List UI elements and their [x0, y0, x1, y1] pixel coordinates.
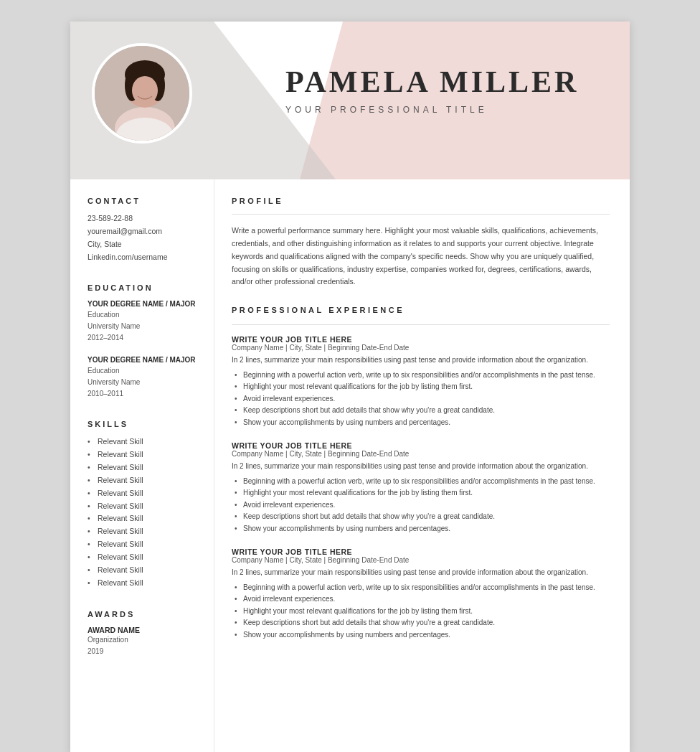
job-bullets-1: Beginning with a powerful action verb, w…	[232, 370, 610, 429]
job-company-2: Company Name | City, State | Beginning D…	[232, 450, 610, 458]
list-item: Relevant Skill	[88, 577, 199, 590]
job-entry-1: WRITE YOUR JOB TITLE HERE Company Name |…	[232, 335, 610, 428]
edu-school-2: University Name	[88, 377, 199, 388]
list-item: Beginning with a powerful action verb, w…	[232, 582, 610, 594]
list-item: Keep descriptions short but add details …	[232, 511, 610, 523]
list-item: Show your accomplishments by using numbe…	[232, 523, 610, 535]
list-item: Relevant Skill	[88, 525, 199, 538]
experience-heading: PROFESSIONAL EXPERIENCE	[232, 306, 610, 314]
right-content: PROFILE Write a powerful performance sum…	[214, 179, 630, 752]
education-entry-1: YOUR DEGREE NAME / MAJOR Education Unive…	[88, 299, 199, 344]
list-item: Show your accomplishments by using numbe…	[232, 629, 610, 641]
list-item: Relevant Skill	[88, 500, 199, 513]
location: City, State	[88, 238, 199, 251]
edu-years-2: 2010–2011	[88, 388, 199, 400]
job-bullets-2: Beginning with a powerful action verb, w…	[232, 476, 610, 535]
list-item: Relevant Skill	[88, 564, 199, 577]
edu-field-2: Education	[88, 365, 199, 377]
list-item: Avoid irrelevant experiences.	[232, 393, 610, 405]
edu-degree-1: YOUR DEGREE NAME / MAJOR	[88, 299, 199, 309]
job-entry-3: WRITE YOUR JOB TITLE HERE Company Name |…	[232, 547, 610, 641]
list-item: Keep descriptions short but add details …	[232, 405, 610, 417]
list-item: Keep descriptions short but add details …	[232, 617, 610, 629]
awards-heading: AWARDS	[88, 610, 199, 619]
email: youremail@gmail.com	[88, 225, 199, 238]
linkedin: Linkedin.com/username	[88, 251, 199, 264]
list-item: Relevant Skill	[88, 474, 199, 487]
list-item: Avoid irrelevant experiences.	[232, 593, 610, 606]
job-company-3: Company Name | City, State | Beginning D…	[232, 556, 610, 564]
job-title-2: WRITE YOUR JOB TITLE HERE	[232, 441, 610, 450]
education-entry-2: YOUR DEGREE NAME / MAJOR Education Unive…	[88, 355, 199, 400]
list-item: Avoid irrelevant experiences.	[232, 499, 610, 512]
edu-field-1: Education	[88, 309, 199, 321]
skills-section: SKILLS Relevant Skill Relevant Skill Rel…	[88, 420, 199, 589]
contact-section: CONTACT 23-589-22-88 youremail@gmail.com…	[88, 197, 199, 263]
job-desc-1: In 2 lines, summarize your main responsi…	[232, 354, 610, 367]
header-section: PAMELA MILLER YOUR PROFESSIONAL TITLE	[70, 22, 630, 179]
candidate-title: YOUR PROFESSIONAL TITLE	[285, 105, 615, 115]
list-item: Beginning with a powerful action verb, w…	[232, 370, 610, 382]
contact-info: 23-589-22-88 youremail@gmail.com City, S…	[88, 212, 199, 263]
experience-section: PROFESSIONAL EXPERIENCE WRITE YOUR JOB T…	[232, 306, 610, 641]
awards-section: AWARDS AWARD NAME Organization 2019	[88, 610, 199, 657]
list-item: Highlight your most relevant qualificati…	[232, 606, 610, 618]
job-title-1: WRITE YOUR JOB TITLE HERE	[232, 335, 610, 344]
main-content: CONTACT 23-589-22-88 youremail@gmail.com…	[70, 179, 630, 752]
job-entry-2: WRITE YOUR JOB TITLE HERE Company Name |…	[232, 441, 610, 535]
resume-page: PAMELA MILLER YOUR PROFESSIONAL TITLE CO…	[70, 22, 630, 752]
list-item: Show your accomplishments by using numbe…	[232, 417, 610, 429]
edu-years-1: 2012–2014	[88, 332, 199, 344]
list-item: Highlight your most relevant qualificati…	[232, 381, 610, 393]
award-year: 2019	[88, 646, 199, 657]
phone: 23-589-22-88	[88, 212, 199, 225]
candidate-name: PAMELA MILLER	[285, 65, 615, 99]
list-item: Relevant Skill	[88, 551, 199, 564]
job-desc-3: In 2 lines, summarize your main responsi…	[232, 567, 610, 579]
list-item: Relevant Skill	[88, 436, 199, 448]
job-company-1: Company Name | City, State | Beginning D…	[232, 344, 610, 352]
award-entry-1: AWARD NAME Organization 2019	[88, 626, 199, 657]
job-title-3: WRITE YOUR JOB TITLE HERE	[232, 547, 610, 556]
contact-heading: CONTACT	[88, 197, 199, 205]
list-item: Relevant Skill	[88, 538, 199, 551]
job-desc-2: In 2 lines, summarize your main responsi…	[232, 461, 610, 473]
job-bullets-3: Beginning with a powerful action verb, w…	[232, 582, 610, 641]
profile-heading: PROFILE	[232, 197, 610, 207]
list-item: Relevant Skill	[88, 461, 199, 474]
list-item: Highlight your most relevant qualificati…	[232, 487, 610, 499]
list-item: Relevant Skill	[88, 487, 199, 500]
divider	[232, 324, 610, 325]
skills-list: Relevant Skill Relevant Skill Relevant S…	[88, 436, 199, 589]
education-heading: EDUCATION	[88, 283, 199, 292]
list-item: Beginning with a powerful action verb, w…	[232, 476, 610, 488]
profile-text: Write a powerful performance summary her…	[232, 225, 610, 288]
sidebar: CONTACT 23-589-22-88 youremail@gmail.com…	[70, 179, 214, 752]
edu-degree-2: YOUR DEGREE NAME / MAJOR	[88, 355, 199, 365]
avatar	[92, 43, 192, 144]
profile-section: PROFILE Write a powerful performance sum…	[232, 197, 610, 288]
list-item: Relevant Skill	[88, 512, 199, 525]
award-org: Organization	[88, 634, 199, 646]
svg-point-6	[132, 76, 158, 105]
skills-heading: SKILLS	[88, 420, 199, 428]
list-item: Relevant Skill	[88, 448, 199, 461]
edu-school-1: University Name	[88, 321, 199, 332]
divider	[232, 214, 610, 215]
header-name-block: PAMELA MILLER YOUR PROFESSIONAL TITLE	[285, 65, 615, 115]
award-name: AWARD NAME	[88, 626, 199, 634]
education-section: EDUCATION YOUR DEGREE NAME / MAJOR Educa…	[88, 283, 199, 400]
